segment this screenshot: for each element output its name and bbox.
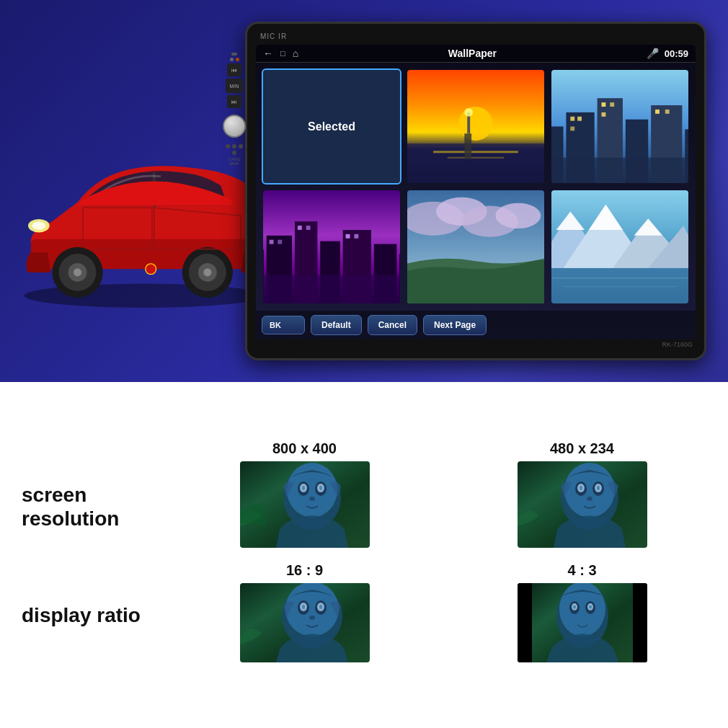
image-480x234 xyxy=(518,461,647,548)
wallpaper-item-sunset[interactable] xyxy=(406,68,546,185)
svg-rect-35 xyxy=(655,110,660,114)
image-16-9 xyxy=(240,583,370,662)
wallpaper-item-lake[interactable] xyxy=(550,189,690,305)
svg-rect-29 xyxy=(570,117,574,121)
svg-rect-66 xyxy=(551,268,688,303)
screen-right: 🎤 00:59 xyxy=(647,48,688,59)
svg-rect-52 xyxy=(263,275,400,303)
res-800-label: 800 x 400 xyxy=(272,440,337,457)
bk-button[interactable]: BK xyxy=(262,316,305,334)
svg-rect-37 xyxy=(551,158,688,183)
svg-point-96 xyxy=(302,605,305,609)
bottom-icons xyxy=(224,144,244,155)
back-icon[interactable]: ← xyxy=(263,48,273,59)
square-icon: □ xyxy=(280,49,285,58)
icon-dot-1 xyxy=(226,144,230,148)
next-button[interactable]: ⏭ xyxy=(227,95,241,108)
svg-point-98 xyxy=(309,616,315,620)
icon-dot-2 xyxy=(232,144,236,148)
ir-dot xyxy=(236,58,239,61)
screen-title: WallPaper xyxy=(448,48,497,59)
svg-point-88 xyxy=(587,497,592,501)
device-left-controls: ⏮ M/N ⏭ CARD MAP xyxy=(224,53,244,166)
screen-resolution-label: screen resolution xyxy=(22,483,180,531)
wallpaper-item-purple[interactable] xyxy=(262,189,401,305)
svg-rect-47 xyxy=(278,240,282,244)
svg-point-78 xyxy=(309,497,315,501)
svg-rect-16 xyxy=(407,143,544,183)
screen-buttons: BK Default Cancel Next Page xyxy=(256,311,696,339)
next-page-button[interactable]: Next Page xyxy=(423,315,487,335)
comparison-grid: 800 x 400 xyxy=(180,433,706,677)
car-stereo-device: ⏮ M/N ⏭ CARD MAP MIC IR ← □ ⌂ xyxy=(245,22,706,360)
svg-rect-33 xyxy=(610,102,614,107)
svg-rect-30 xyxy=(577,117,582,121)
comp-item-480x234: 480 x 234 xyxy=(458,440,706,548)
image-4-3 xyxy=(518,583,647,662)
svg-rect-50 xyxy=(346,234,350,239)
wallpaper-grid: Selected xyxy=(256,63,696,311)
comp-item-4-3: 4 : 3 xyxy=(458,562,706,670)
svg-rect-32 xyxy=(601,102,605,107)
mic-icon: 🎤 xyxy=(647,48,659,59)
svg-point-87 xyxy=(597,486,600,490)
svg-point-57 xyxy=(495,203,541,228)
svg-rect-19 xyxy=(464,133,471,159)
card-map-label: CARD MAP xyxy=(224,157,244,166)
time-display: 00:59 xyxy=(665,48,688,59)
svg-rect-110 xyxy=(633,583,647,662)
svg-rect-31 xyxy=(570,127,574,131)
ratio-169-label: 16 : 9 xyxy=(286,562,323,579)
svg-point-21 xyxy=(464,108,473,117)
display-ratio-label: display ratio xyxy=(22,603,180,628)
nav-icons: ← □ ⌂ xyxy=(263,48,298,59)
screen: ← □ ⌂ WallPaper 🎤 00:59 Selected xyxy=(256,45,696,339)
cancel-button[interactable]: Cancel xyxy=(368,315,417,335)
selected-label: Selected xyxy=(308,120,355,133)
mic-dot xyxy=(230,58,234,61)
left-labels: screen resolution display ratio xyxy=(22,483,180,628)
image-800x400 xyxy=(240,461,370,548)
svg-rect-34 xyxy=(601,112,605,117)
svg-point-12 xyxy=(32,222,46,230)
mic-ir-label xyxy=(231,53,237,56)
svg-rect-51 xyxy=(354,234,358,239)
svg-point-13 xyxy=(146,264,156,275)
home-icon[interactable]: ⌂ xyxy=(293,48,298,59)
svg-point-15 xyxy=(458,107,492,141)
prev-button[interactable]: ⏮ xyxy=(227,63,241,76)
device-top-bar: MIC IR xyxy=(256,31,696,42)
comp-item-16-9: 16 : 9 xyxy=(180,562,429,670)
top-section: ⏮ M/N ⏭ CARD MAP MIC IR ← □ ⌂ xyxy=(0,0,728,382)
svg-point-77 xyxy=(319,486,322,490)
svg-point-10 xyxy=(203,268,211,276)
svg-point-86 xyxy=(580,486,582,490)
top-left-label: MIC IR xyxy=(260,32,287,40)
svg-point-6 xyxy=(74,268,81,276)
device-model-label: RK-7160G xyxy=(256,339,696,350)
res-480-label: 480 x 234 xyxy=(550,440,614,457)
min-button[interactable]: M/N xyxy=(226,79,243,93)
icon-dot-3 xyxy=(239,144,243,148)
svg-rect-48 xyxy=(298,226,302,230)
svg-point-108 xyxy=(589,605,592,609)
svg-rect-109 xyxy=(518,583,532,662)
volume-knob[interactable] xyxy=(223,115,246,138)
wallpaper-item-city[interactable] xyxy=(550,68,690,185)
wallpaper-item-selected[interactable]: Selected xyxy=(262,68,401,185)
screen-header: ← □ ⌂ WallPaper 🎤 00:59 xyxy=(256,45,696,63)
svg-rect-36 xyxy=(665,110,670,114)
svg-point-76 xyxy=(302,486,305,490)
svg-point-97 xyxy=(319,605,322,609)
svg-point-107 xyxy=(573,605,576,609)
default-button[interactable]: Default xyxy=(311,315,362,335)
icon-dot-4 xyxy=(232,151,236,155)
svg-rect-46 xyxy=(270,240,274,244)
svg-rect-49 xyxy=(306,226,311,230)
ratio-43-label: 4 : 3 xyxy=(567,562,596,579)
bottom-section: screen resolution display ratio 800 x 40… xyxy=(0,382,728,728)
comp-item-800x400: 800 x 400 xyxy=(180,440,429,548)
wallpaper-item-clouds[interactable] xyxy=(406,189,546,305)
